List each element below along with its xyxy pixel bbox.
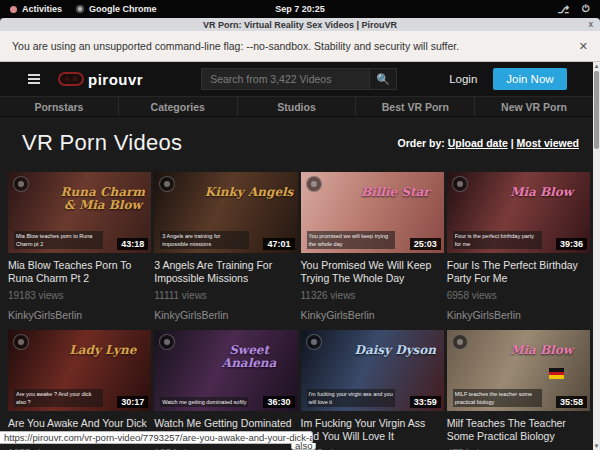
thumbnail-caption: MILF teaches the teacher some practical … [453, 389, 542, 408]
studio-watermark-icon [13, 334, 29, 350]
video-thumbnail[interactable]: Sweet Analena Watch me getting dominated… [154, 330, 297, 411]
thumbnail-caption: Four is the perfect birthday party for m… [453, 231, 542, 250]
video-card[interactable]: Runa Charm & Mia Blow Mia Blow teaches p… [8, 172, 151, 322]
duration-badge: 47:01 [263, 238, 294, 250]
main-nav: Pornstars Categories Studios Best VR Por… [0, 96, 593, 117]
video-title-link[interactable]: Mia Blow Teaches Porn To Runa Charm Pt 2 [8, 259, 151, 285]
chrome-infobar: You are using an unsupported command-lin… [0, 31, 600, 62]
thumbnail-caption: Watch me getting dominated softly [160, 397, 248, 407]
hamburger-menu-icon[interactable] [28, 74, 40, 84]
thumbnail-overlay-title: Billie Star [351, 186, 440, 199]
chrome-icon [76, 5, 84, 13]
nav-item-best-vr-porn[interactable]: Best VR Porn [356, 97, 475, 116]
video-card[interactable]: Daisy Dyson I'm fucking your virgin ass … [301, 330, 444, 450]
nav-item-studios[interactable]: Studios [238, 97, 357, 116]
screen: Activities Google Chrome Sep 7 20:25 ⎇ ⏻… [0, 0, 600, 450]
duration-badge: 39:36 [556, 238, 587, 250]
view-count: 11111 views [154, 290, 297, 301]
video-card[interactable]: Mia Blow MILF teaches the teacher some p… [447, 330, 590, 450]
video-thumbnail[interactable]: Lady Lyne Are you awake ? And your dick … [8, 330, 151, 411]
thumbnail-overlay-title: Kinky Angels [205, 186, 294, 199]
studio-watermark-icon [159, 334, 175, 350]
site-logo[interactable]: pirouvr [58, 71, 143, 88]
thumbnail-caption: Are you awake ? And your dick also ? [14, 389, 103, 408]
thumbnail-overlay-title: Daisy Dyson [351, 344, 440, 357]
studio-watermark-icon [306, 176, 322, 192]
activities-button[interactable]: Activities [10, 4, 62, 14]
video-thumbnail[interactable]: Mia Blow MILF teaches the teacher some p… [447, 330, 590, 411]
studio-watermark-icon [159, 176, 175, 192]
duration-badge: 33:59 [410, 396, 441, 408]
thumbnail-overlay-title: Sweet Analena [205, 344, 294, 369]
video-title-link[interactable]: Im Fucking Your Virgin Ass And You Will … [301, 417, 444, 443]
scrollbar-down-arrow-icon[interactable]: ▼ [593, 442, 600, 450]
nav-item-categories[interactable]: Categories [119, 97, 238, 116]
page-scrollbar[interactable]: ▲ ▼ [593, 62, 600, 450]
duration-badge: 43:18 [117, 238, 148, 250]
studio-watermark-icon [452, 176, 468, 192]
studio-link[interactable]: KinkyGirlsBerlin [8, 309, 151, 322]
video-title-link[interactable]: Milf Teaches The Teacher Some Practical … [447, 417, 590, 443]
window-close-icon[interactable]: x [589, 20, 594, 29]
app-menu-button[interactable]: Google Chrome [76, 4, 157, 14]
nav-item-pornstars[interactable]: Pornstars [0, 97, 119, 116]
search-button[interactable]: 🔍 [369, 68, 397, 90]
search-input[interactable] [201, 68, 369, 90]
infobar-close-icon[interactable]: ✕ [579, 40, 588, 53]
video-thumbnail[interactable]: Mia Blow Four is the perfect birthday pa… [447, 172, 590, 253]
video-title-link[interactable]: Four Is The Perfect Birthday Party For M… [447, 259, 590, 285]
thumbnail-overlay-title: Lady Lyne [58, 344, 147, 357]
thumbnail-overlay-title: Mia Blow [497, 344, 586, 357]
duration-badge: 30:17 [117, 396, 148, 408]
thumbnail-caption: 3 Angels are training for impossible mis… [160, 231, 249, 250]
site-header: pirouvr 🔍 Login Join Now [0, 62, 593, 96]
order-by-upload-date-link[interactable]: Upload date [448, 137, 508, 149]
order-by-most-viewed-link[interactable]: Most viewed [517, 137, 579, 149]
status-url-text: https://pirouvr.com/vr-porn-video/779325… [0, 432, 313, 443]
page-title: VR Porn Videos [22, 130, 182, 156]
video-thumbnail[interactable]: Kinky Angels 3 Angels are training for i… [154, 172, 297, 253]
thumbnail-caption: Mia Blow teaches porn to Runa Charm pt 2 [14, 231, 103, 250]
scrollbar-thumb[interactable] [594, 71, 599, 149]
video-title-link[interactable]: You Promised We Will Keep Trying The Who… [301, 259, 444, 285]
login-link[interactable]: Login [449, 73, 477, 85]
video-card[interactable]: Kinky Angels 3 Angels are training for i… [154, 172, 297, 322]
nav-item-new-vr-porn[interactable]: New VR Porn [475, 97, 593, 116]
video-card[interactable]: Billie Star You promised we will keep tr… [301, 172, 444, 322]
video-thumbnail[interactable]: Billie Star You promised we will keep tr… [301, 172, 444, 253]
recording-indicator-icon [10, 6, 17, 13]
network-icon[interactable]: ⎇ [558, 4, 570, 15]
studio-watermark-icon [306, 334, 322, 350]
studio-watermark-icon [452, 334, 468, 350]
video-thumbnail[interactable]: Runa Charm & Mia Blow Mia Blow teaches p… [8, 172, 151, 253]
page-head: VR Porn Videos Order by: Upload date | M… [0, 117, 593, 169]
video-title-link[interactable]: 3 Angels Are Training For Impossible Mis… [154, 259, 297, 285]
app-menu-label: Google Chrome [89, 4, 157, 14]
video-card[interactable]: Mia Blow Four is the perfect birthday pa… [447, 172, 590, 322]
thumbnail-overlay-title: Runa Charm & Mia Blow [58, 186, 147, 211]
vr-goggles-icon [58, 72, 84, 86]
join-now-button[interactable]: Join Now [493, 68, 566, 90]
studio-link[interactable]: KinkyGirlsBerlin [447, 309, 590, 322]
scrollbar-up-arrow-icon[interactable]: ▲ [593, 62, 600, 70]
view-count: 11326 views [301, 290, 444, 301]
studio-link[interactable]: KinkyGirlsBerlin [154, 309, 297, 322]
window-title: VR Porn: Virtual Reality Sex Videos | Pi… [0, 20, 600, 30]
order-by-separator: | [511, 137, 514, 149]
duration-badge: 25:03 [410, 238, 441, 250]
search-bar: 🔍 [201, 68, 397, 90]
power-icon[interactable]: ⏻ [582, 3, 590, 15]
activities-label: Activities [22, 4, 62, 14]
order-by: Order by: Upload date | Most viewed [397, 137, 579, 149]
view-count: 6958 views [447, 290, 590, 301]
video-thumbnail[interactable]: Daisy Dyson I'm fucking your virgin ass … [301, 330, 444, 411]
order-by-label: Order by: [397, 137, 444, 149]
window-title-bar: VR Porn: Virtual Reality Sex Videos | Pi… [0, 18, 600, 31]
german-flag-icon [549, 368, 564, 379]
thumbnail-caption: You promised we will keep trying the who… [307, 231, 396, 250]
system-top-bar: Activities Google Chrome Sep 7 20:25 ⎇ ⏻ [0, 0, 600, 18]
thumbnail-overlay-title: Mia Blow [497, 186, 586, 199]
infobar-message: You are using an unsupported command-lin… [12, 40, 459, 52]
studio-link[interactable]: KinkyGirlsBerlin [301, 309, 444, 322]
view-count: 19183 views [8, 290, 151, 301]
